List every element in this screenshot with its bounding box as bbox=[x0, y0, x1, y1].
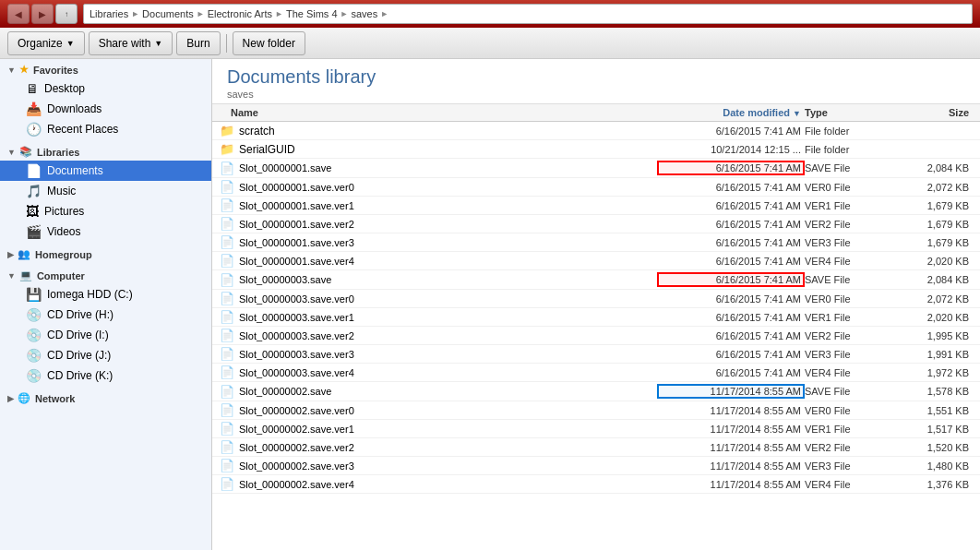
table-row[interactable]: 📄 Slot_00000003.save.ver0 6/16/2015 7:41… bbox=[212, 290, 980, 308]
column-date[interactable]: Date modified ▼ bbox=[657, 107, 805, 118]
table-row[interactable]: 📁 scratch 6/16/2015 7:41 AM File folder bbox=[212, 122, 980, 140]
file-date: 10/21/2014 12:15 ... bbox=[657, 144, 805, 155]
file-name: 📄 Slot_00000003.save.ver1 bbox=[212, 310, 657, 324]
new-folder-button[interactable]: New folder bbox=[233, 31, 305, 55]
table-row[interactable]: 📄 Slot_00000001.save.ver3 6/16/2015 7:41… bbox=[212, 233, 980, 252]
file-size: 2,072 KB bbox=[897, 293, 980, 305]
computer-icon: 💻 bbox=[19, 269, 32, 281]
file-icon: 📁 bbox=[220, 124, 234, 138]
libraries-icon: 📚 bbox=[19, 146, 32, 158]
organize-button[interactable]: Organize ▼ bbox=[7, 31, 85, 55]
table-row[interactable]: 📄 Slot_00000002.save.ver2 11/17/2014 8:5… bbox=[212, 438, 980, 457]
hdd-icon: 💾 bbox=[26, 287, 42, 302]
column-size[interactable]: Size bbox=[897, 107, 980, 118]
file-date: 6/16/2015 7:41 AM bbox=[657, 161, 805, 175]
table-row[interactable]: 📄 Slot_00000001.save.ver0 6/16/2015 7:41… bbox=[212, 178, 980, 197]
table-row[interactable]: 📄 Slot_00000003.save.ver1 6/16/2015 7:41… bbox=[212, 308, 980, 327]
table-row[interactable]: 📄 Slot_00000003.save.ver4 6/16/2015 7:41… bbox=[212, 364, 980, 382]
share-with-button[interactable]: Share with ▼ bbox=[89, 31, 173, 55]
file-icon: 📄 bbox=[220, 329, 234, 342]
table-row[interactable]: 📄 Slot_00000002.save.ver3 11/17/2014 8:5… bbox=[212, 457, 980, 475]
sidebar-item-videos[interactable]: 🎬 Videos bbox=[0, 221, 211, 242]
burn-button[interactable]: Burn bbox=[176, 31, 220, 55]
library-title: Documents library bbox=[227, 66, 965, 88]
table-row[interactable]: 📄 Slot_00000001.save.ver2 6/16/2015 7:41… bbox=[212, 215, 980, 233]
sidebar-homegroup-header[interactable]: ▶ 👥 Homegroup bbox=[0, 244, 211, 263]
forward-button[interactable]: ▶ bbox=[31, 4, 54, 24]
table-row[interactable]: 📄 Slot_00000002.save 11/17/2014 8:55 AM … bbox=[212, 382, 980, 401]
sidebar-section-network: ▶ 🌐 Network bbox=[0, 388, 211, 407]
sidebar-item-cd-h[interactable]: 💿 CD Drive (H:) bbox=[0, 305, 211, 325]
table-row[interactable]: 📁 SerialGUID 10/21/2014 12:15 ... File f… bbox=[212, 140, 980, 159]
downloads-icon: 📥 bbox=[26, 102, 42, 116]
cd-k-icon: 💿 bbox=[26, 368, 42, 383]
file-date: 11/17/2014 8:55 AM bbox=[657, 460, 805, 472]
file-type: VER2 File bbox=[805, 442, 897, 453]
file-name-label: Slot_00000002.save bbox=[239, 386, 331, 397]
file-name: 📄 Slot_00000002.save.ver1 bbox=[212, 422, 657, 436]
file-icon: 📄 bbox=[220, 217, 234, 231]
cd-i-icon: 💿 bbox=[26, 328, 42, 342]
file-size: 1,679 KB bbox=[897, 219, 980, 230]
file-name-label: Slot_00000002.save.ver3 bbox=[239, 460, 354, 472]
file-icon: 📄 bbox=[220, 440, 234, 454]
sidebar-item-iomega[interactable]: 💾 Iomega HDD (C:) bbox=[0, 284, 211, 305]
file-date: 6/16/2015 7:41 AM bbox=[657, 349, 805, 360]
file-date: 6/16/2015 7:41 AM bbox=[657, 200, 805, 211]
table-row[interactable]: 📄 Slot_00000001.save.ver4 6/16/2015 7:41… bbox=[212, 252, 980, 270]
file-name-label: Slot_00000003.save.ver2 bbox=[239, 330, 354, 341]
table-row[interactable]: 📄 Slot_00000003.save.ver2 6/16/2015 7:41… bbox=[212, 327, 980, 345]
sidebar-item-documents[interactable]: 📄 Documents bbox=[0, 161, 211, 181]
sidebar-item-downloads[interactable]: 📥 Downloads bbox=[0, 99, 211, 119]
sidebar-favorites-header[interactable]: ▼ ★ Favorites bbox=[0, 59, 211, 78]
file-icon: 📄 bbox=[220, 254, 234, 268]
table-row[interactable]: 📄 Slot_00000002.save.ver4 11/17/2014 8:5… bbox=[212, 475, 980, 494]
file-type: VER2 File bbox=[805, 219, 897, 230]
file-list-container[interactable]: Name Date modified ▼ Type Size 📁 scratch… bbox=[212, 104, 980, 550]
back-button[interactable]: ◀ bbox=[7, 4, 30, 24]
file-icon: 📄 bbox=[220, 365, 234, 379]
sidebar-computer-header[interactable]: ▼ 💻 Computer bbox=[0, 265, 211, 284]
file-date: 11/17/2014 8:55 AM bbox=[657, 384, 805, 399]
toolbar-separator bbox=[226, 34, 227, 53]
file-type: File folder bbox=[805, 126, 897, 137]
file-name-label: Slot_00000003.save.ver0 bbox=[239, 293, 354, 305]
file-type: VER3 File bbox=[805, 460, 897, 472]
sidebar-item-pictures[interactable]: 🖼 Pictures bbox=[0, 201, 211, 221]
address-bar[interactable]: Libraries ► Documents ► Electronic Arts … bbox=[83, 4, 973, 24]
file-icon: 📄 bbox=[220, 235, 234, 249]
table-row[interactable]: 📄 Slot_00000003.save 6/16/2015 7:41 AM S… bbox=[212, 270, 980, 290]
date-sort-icon: ▼ bbox=[793, 109, 801, 118]
file-name: 📄 Slot_00000001.save.ver2 bbox=[212, 217, 657, 231]
sidebar-item-cd-j[interactable]: 💿 CD Drive (J:) bbox=[0, 345, 211, 365]
up-button[interactable]: ↑ bbox=[55, 4, 78, 24]
table-row[interactable]: 📄 Slot_00000002.save.ver0 11/17/2014 8:5… bbox=[212, 401, 980, 420]
homegroup-chevron-icon: ▶ bbox=[7, 250, 14, 259]
sidebar-item-desktop[interactable]: 🖥 Desktop bbox=[0, 78, 211, 99]
sidebar-network-header[interactable]: ▶ 🌐 Network bbox=[0, 388, 211, 407]
sidebar-item-cd-k[interactable]: 💿 CD Drive (K:) bbox=[0, 365, 211, 386]
column-type[interactable]: Type bbox=[805, 107, 897, 118]
file-icon: 📄 bbox=[220, 403, 234, 417]
sidebar-item-music[interactable]: 🎵 Music bbox=[0, 181, 211, 201]
organize-chevron-icon: ▼ bbox=[66, 39, 75, 48]
file-type: VER0 File bbox=[805, 182, 897, 193]
file-name: 📁 SerialGUID bbox=[212, 142, 657, 156]
table-row[interactable]: 📄 Slot_00000001.save.ver1 6/16/2015 7:41… bbox=[212, 197, 980, 215]
sidebar-item-cd-i[interactable]: 💿 CD Drive (I:) bbox=[0, 325, 211, 345]
table-row[interactable]: 📄 Slot_00000001.save 6/16/2015 7:41 AM S… bbox=[212, 159, 980, 178]
table-row[interactable]: 📄 Slot_00000003.save.ver3 6/16/2015 7:41… bbox=[212, 345, 980, 364]
file-size: 2,084 KB bbox=[897, 162, 980, 173]
file-date: 6/16/2015 7:41 AM bbox=[657, 126, 805, 137]
file-icon: 📄 bbox=[220, 273, 234, 287]
file-list-header: Name Date modified ▼ Type Size bbox=[212, 104, 980, 122]
file-name: 📄 Slot_00000003.save.ver0 bbox=[212, 292, 657, 305]
table-row[interactable]: 📄 Slot_00000002.save.ver1 11/17/2014 8:5… bbox=[212, 420, 980, 438]
recent-places-icon: 🕐 bbox=[26, 122, 42, 137]
sidebar-item-recent-places[interactable]: 🕐 Recent Places bbox=[0, 119, 211, 139]
sidebar-libraries-header[interactable]: ▼ 📚 Libraries bbox=[0, 141, 211, 161]
column-name[interactable]: Name bbox=[212, 107, 657, 118]
file-icon: 📄 bbox=[220, 310, 234, 324]
file-size: 2,020 KB bbox=[897, 312, 980, 323]
file-icon: 📄 bbox=[220, 385, 234, 399]
